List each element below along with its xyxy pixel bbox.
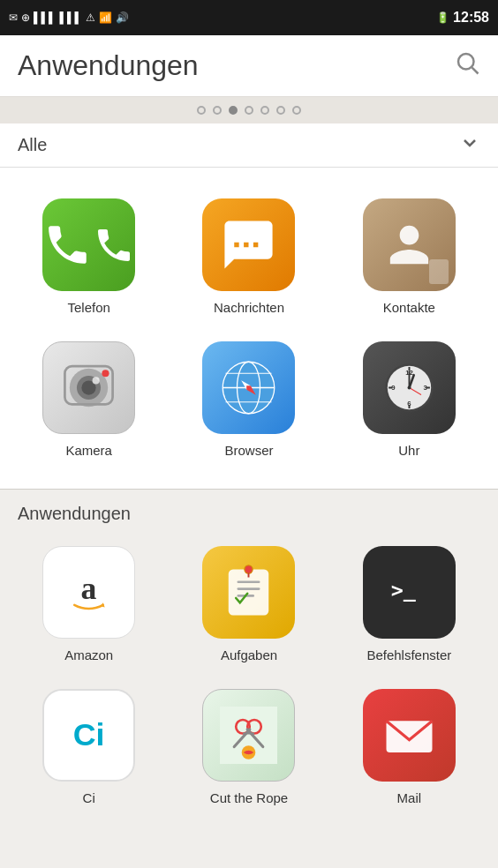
- app-icon-uhr: 12 3 6 9: [363, 341, 456, 434]
- app-icon-amazon: a: [42, 546, 135, 639]
- app-befehlsfenster[interactable]: >_ Befehlsfenster: [329, 533, 489, 676]
- app-mail[interactable]: Mail: [329, 676, 489, 819]
- category-bar[interactable]: Alle: [0, 123, 498, 168]
- signal1-icon: ▌▌▌: [34, 11, 57, 24]
- page-title: Anwendungen: [18, 49, 199, 82]
- svg-text:3: 3: [423, 384, 427, 392]
- app-label-cuttherope: Cut the Rope: [210, 790, 288, 805]
- gps-icon: ⊕: [21, 11, 30, 24]
- email-icon: ✉: [9, 11, 18, 24]
- apps-grid: a Amazon: [9, 533, 489, 819]
- volume-icon: 🔊: [116, 11, 129, 24]
- app-label-aufgaben: Aufgaben: [221, 647, 277, 662]
- app-icon-kontakte: [363, 198, 456, 291]
- app-label-mail: Mail: [397, 790, 422, 805]
- svg-text:6: 6: [407, 400, 411, 408]
- app-telefon[interactable]: Telefon: [9, 185, 169, 328]
- app-label-kamera: Kamera: [65, 443, 112, 458]
- dot-2[interactable]: [213, 106, 222, 115]
- svg-rect-34: [238, 581, 260, 584]
- svg-point-37: [245, 566, 253, 573]
- app-icon-mail: [363, 689, 456, 782]
- page-dots: [0, 97, 498, 123]
- svg-point-5: [93, 377, 100, 384]
- apps-section-header: Anwendungen: [0, 490, 498, 533]
- svg-rect-35: [238, 587, 260, 590]
- app-browser[interactable]: Browser: [169, 328, 328, 471]
- app-ci[interactable]: Ci Ci: [9, 676, 169, 819]
- app-nachrichten[interactable]: Nachrichten: [169, 185, 328, 328]
- app-icon-browser: [202, 341, 295, 434]
- warning-icon: ⚠: [86, 11, 95, 24]
- app-label-nachrichten: Nachrichten: [214, 300, 284, 315]
- svg-point-7: [102, 370, 109, 377]
- app-aufgaben[interactable]: Aufgaben: [169, 533, 328, 676]
- app-kamera[interactable]: Kamera: [9, 328, 169, 471]
- chevron-down-icon: [459, 132, 480, 158]
- svg-text:9: 9: [391, 384, 396, 392]
- app-icon-nachrichten: [202, 198, 295, 291]
- header: Anwendungen: [0, 35, 498, 97]
- status-bar: ✉ ⊕ ▌▌▌ ▌▌▌ ⚠ 📶 🔊 🔋 12:58: [0, 0, 498, 35]
- app-label-browser: Browser: [224, 443, 273, 458]
- featured-apps-grid: Telefon Nachrichten Kontakte: [9, 185, 489, 471]
- app-amazon[interactable]: a Amazon: [9, 533, 169, 676]
- app-label-kontakte: Kontakte: [383, 300, 435, 315]
- status-time: 12:58: [453, 10, 489, 26]
- dot-1[interactable]: [197, 106, 206, 115]
- status-right: 🔋 12:58: [436, 10, 489, 26]
- svg-text:>_: >_: [391, 578, 417, 602]
- signal2-icon: ▌▌▌: [60, 11, 83, 24]
- svg-point-0: [458, 54, 474, 70]
- dot-5[interactable]: [260, 106, 269, 115]
- dot-4[interactable]: [245, 106, 253, 115]
- app-label-ci: Ci: [83, 790, 95, 805]
- app-label-amazon: Amazon: [64, 647, 113, 662]
- category-label: Alle: [18, 135, 47, 155]
- app-uhr[interactable]: 12 3 6 9 Uhr: [329, 328, 489, 471]
- app-label-uhr: Uhr: [398, 443, 419, 458]
- app-icon-aufgaben: [202, 546, 295, 639]
- apps-section: a Amazon: [0, 533, 498, 827]
- dot-7[interactable]: [292, 106, 301, 115]
- battery-icon: 🔋: [436, 11, 449, 24]
- svg-text:a: a: [81, 571, 97, 606]
- app-icon-telefon: [42, 198, 135, 291]
- svg-text:Ci: Ci: [73, 717, 105, 752]
- app-kontakte[interactable]: Kontakte: [329, 185, 489, 328]
- dot-6[interactable]: [276, 106, 285, 115]
- app-label-telefon: Telefon: [67, 300, 109, 315]
- app-icon-cuttherope: [202, 689, 295, 782]
- app-icon-ci: Ci: [42, 689, 135, 782]
- app-label-befehlsfenster: Befehlsfenster: [366, 647, 451, 662]
- app-cuttherope[interactable]: Cut the Rope: [169, 676, 328, 819]
- status-icons-left: ✉ ⊕ ▌▌▌ ▌▌▌ ⚠ 📶 🔊: [9, 11, 129, 24]
- wifi-icon: 📶: [99, 11, 112, 24]
- app-icon-befehlsfenster: >_: [363, 546, 456, 639]
- app-icon-kamera: [42, 341, 135, 434]
- featured-section: Telefon Nachrichten Kontakte: [0, 168, 498, 489]
- search-button[interactable]: [454, 49, 480, 82]
- svg-point-29: [407, 386, 411, 390]
- dot-3[interactable]: [229, 106, 238, 115]
- svg-line-1: [472, 68, 479, 74]
